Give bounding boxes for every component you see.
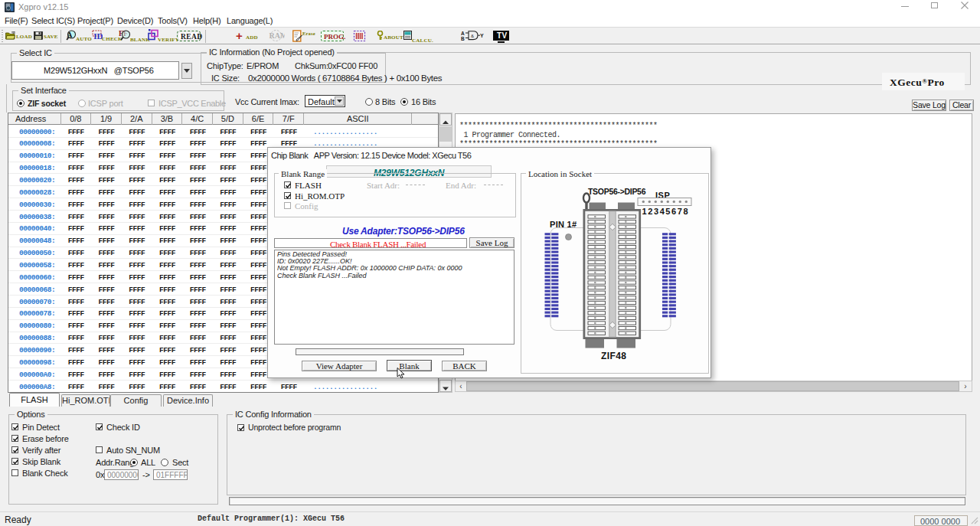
svg-text:B: B [461, 36, 465, 41]
svg-text:TSOP56->DIP56: TSOP56->DIP56 [588, 187, 646, 196]
svg-text:Y: Y [480, 33, 484, 38]
svg-text:12345678: 12345678 [642, 207, 690, 216]
svg-text:ZIF48: ZIF48 [601, 351, 626, 361]
svg-text:RAM: RAM [270, 31, 286, 40]
svg-text:&: & [471, 34, 474, 38]
svg-text:A: A [67, 31, 73, 39]
